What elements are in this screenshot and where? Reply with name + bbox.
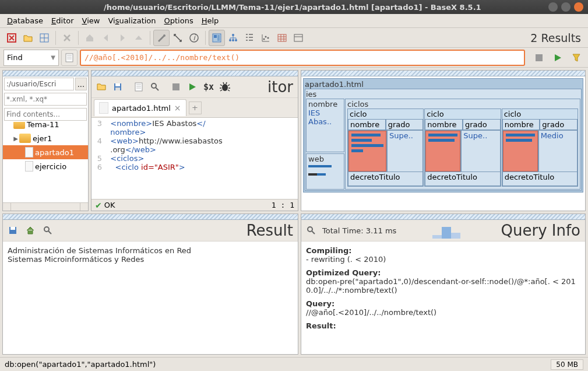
svg-rect-7 <box>217 35 220 41</box>
map-view[interactable]: apartado1.html ies nombreIES Abas.. web … <box>301 76 585 211</box>
timing-chart <box>432 222 460 239</box>
svg-text:i: i <box>193 33 196 42</box>
results-count: 2 Results <box>530 32 581 44</box>
menubar: Database Editor View Visualization Optio… <box>0 14 588 28</box>
project-panel: ... Tema-11 ▶ejer1 apartado1 ejercicio <box>2 70 89 211</box>
compiling-text: - rewriting (. < 2010) <box>306 255 580 264</box>
map-view-icon[interactable] <box>209 30 225 46</box>
query-input[interactable] <box>80 50 525 66</box>
svg-rect-20 <box>115 83 120 86</box>
up-icon[interactable] <box>131 30 147 46</box>
vars-button[interactable]: $x <box>201 79 216 94</box>
forward-icon[interactable] <box>114 30 131 46</box>
open-file-icon[interactable] <box>94 79 109 94</box>
code-editor[interactable]: 3 <nombre>IES Abastos</ nombre>4 <web>ht… <box>91 117 298 199</box>
panel-grip[interactable] <box>3 214 298 220</box>
explorer-view-icon[interactable] <box>290 30 307 46</box>
debug-icon[interactable] <box>217 79 233 94</box>
panel-grip[interactable] <box>3 71 88 76</box>
result-body[interactable]: Administración de Sistemas Informáticos … <box>3 242 298 354</box>
expand-icon[interactable]: ▶ <box>12 135 19 142</box>
scroll-left[interactable] <box>3 203 11 211</box>
viz-ciclo[interactable]: ciclo nombregrado Supe.. decretoTitulo <box>347 108 424 187</box>
browse-button[interactable]: ... <box>75 78 87 90</box>
info-icon[interactable]: i <box>186 30 202 46</box>
run-icon[interactable] <box>185 79 200 94</box>
memory-usage[interactable]: 50 MB <box>551 359 583 370</box>
history-icon[interactable] <box>131 79 146 94</box>
history-button[interactable] <box>61 50 78 66</box>
menu-database[interactable]: Database <box>3 15 47 26</box>
qinfo-title: Query Info <box>501 222 581 239</box>
filter-button[interactable] <box>568 50 585 66</box>
folder-view-icon[interactable] <box>241 30 258 46</box>
viz-ciclo[interactable]: ciclo nombregrado Medio decretoTitulo <box>502 108 578 187</box>
query-text: //@año[.<2010]/../../nombre/text() <box>306 308 580 317</box>
home-result-icon[interactable] <box>23 223 38 238</box>
tree-folder[interactable]: Tema-11 <box>3 122 88 131</box>
add-tab-button[interactable]: + <box>189 102 202 114</box>
plot-view-icon[interactable] <box>258 30 274 46</box>
open-icon[interactable] <box>20 30 36 46</box>
file-filter-input[interactable] <box>4 93 87 106</box>
viz-ciclo[interactable]: ciclo nombregrado Supe.. decretoTitulo <box>424 108 501 187</box>
grid-icon[interactable] <box>36 30 52 46</box>
find-mode-combo[interactable]: Find ▼ <box>3 50 59 66</box>
visualization-panel: apartado1.html ies nombreIES Abas.. web … <box>301 70 586 211</box>
editor-toggle-icon[interactable] <box>153 30 170 46</box>
close-tab-icon[interactable]: × <box>174 103 181 113</box>
query-info-body[interactable]: Compiling: - rewriting (. < 2010) Optimi… <box>301 242 585 354</box>
dropdown-icon: ▼ <box>51 54 55 61</box>
search-result-icon[interactable] <box>40 223 55 238</box>
stop-icon[interactable] <box>168 79 184 94</box>
svg-point-8 <box>232 34 234 36</box>
table-view-icon[interactable] <box>274 30 290 46</box>
editor-tab[interactable]: apartado1.html × <box>94 99 186 116</box>
menu-visualization[interactable]: Visualization <box>104 15 159 26</box>
project-tree[interactable]: Tema-11 ▶ejer1 apartado1 ejercicio <box>3 122 88 202</box>
svg-point-9 <box>229 39 231 41</box>
file-icon <box>25 161 33 172</box>
svg-point-28 <box>44 227 49 232</box>
tree-file-selected[interactable]: apartado1 <box>3 145 88 159</box>
panel-grip[interactable] <box>91 71 298 76</box>
tree-file[interactable]: ejercicio <box>3 159 88 173</box>
svg-point-13 <box>265 36 267 37</box>
svg-point-12 <box>263 38 265 40</box>
svg-point-14 <box>267 37 269 38</box>
search-icon[interactable] <box>147 79 163 94</box>
svg-point-10 <box>232 39 234 41</box>
close-button[interactable] <box>574 2 583 12</box>
query-info-panel: Total Time: 3.11 ms Query Info Compiling… <box>301 214 586 355</box>
home-icon[interactable] <box>82 30 98 46</box>
minimize-button[interactable] <box>548 2 558 12</box>
ok-icon: ✔ <box>95 201 102 210</box>
menu-options[interactable]: Options <box>161 15 197 26</box>
titlebar: /home/usuario/Escritorio/LLMM/Tema-11/ej… <box>0 0 588 14</box>
panel-grip[interactable] <box>301 71 585 76</box>
maximize-button[interactable] <box>561 2 571 12</box>
tree-view-icon[interactable] <box>225 30 241 46</box>
status-command: db:open("apartado1","apartado1.html") <box>5 360 156 369</box>
tree-folder[interactable]: ▶ejer1 <box>3 131 88 145</box>
stop-button[interactable] <box>531 50 547 66</box>
status-text: OK <box>104 201 115 209</box>
new-db-icon[interactable] <box>3 30 20 46</box>
panel-grip[interactable] <box>301 214 585 220</box>
run-button[interactable] <box>550 50 566 66</box>
find-contents-input[interactable] <box>4 108 87 121</box>
search-qinfo-icon[interactable] <box>304 223 319 238</box>
menu-help[interactable]: Help <box>198 15 223 26</box>
viz-root: ies <box>306 90 580 99</box>
back-icon[interactable] <box>98 30 114 46</box>
svg-point-29 <box>308 227 312 232</box>
scroll-right[interactable] <box>80 203 88 211</box>
save-icon[interactable] <box>110 79 125 94</box>
menu-view[interactable]: View <box>79 15 104 26</box>
project-path-input[interactable] <box>4 78 74 90</box>
result-toggle-icon[interactable] <box>170 30 186 46</box>
svg-rect-21 <box>115 88 120 90</box>
save-result-icon[interactable] <box>5 223 20 238</box>
menu-editor[interactable]: Editor <box>48 15 77 26</box>
close-db-icon[interactable] <box>59 30 75 46</box>
